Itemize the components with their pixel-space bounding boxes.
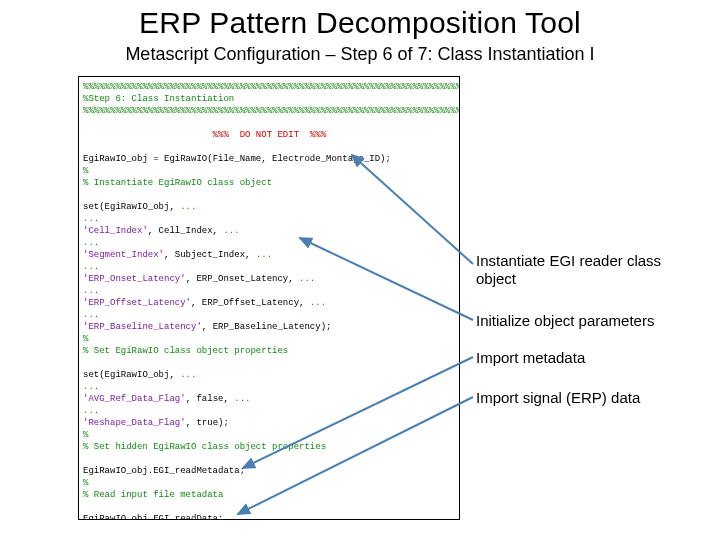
code-line: 'AVG_Ref_Data_Flag' xyxy=(83,394,186,404)
code-line: %Step 6: Class Instantiation xyxy=(83,94,234,104)
code-line: EgiRawIO_obj.EGI_readMetadata; xyxy=(83,466,245,476)
annotation-initialize: Initialize object parameters xyxy=(476,312,696,330)
code-line: % xyxy=(83,478,88,488)
code-line: = EgiRawIO(File_Name, Electrode_Montage_… xyxy=(153,154,391,164)
code-line: 'ERP_Onset_Latency' xyxy=(83,274,186,284)
code-line: ... xyxy=(256,250,272,260)
code-line: ... xyxy=(83,406,99,416)
slide-subtitle: Metascript Configuration – Step 6 of 7: … xyxy=(0,44,720,65)
code-line: % xyxy=(83,166,88,176)
code-line: , xyxy=(223,394,234,404)
code-line: , Cell_Index, xyxy=(148,226,224,236)
code-line: ... xyxy=(83,382,99,392)
code-line: %%%%%%%%%%%%%%%%%%%%%%%%%%%%%%%%%%%%%%%%… xyxy=(83,82,460,92)
code-line: false xyxy=(196,394,223,404)
code-line: , Subject_Index, xyxy=(164,250,256,260)
code-line: ); xyxy=(218,418,229,428)
code-line: set(EgiRawIO_obj, xyxy=(83,370,180,380)
code-line: ... xyxy=(83,214,99,224)
code-line: % Set hidden EgiRawIO class object prope… xyxy=(83,442,326,452)
code-line: % Instantiate EgiRawIO class object xyxy=(83,178,272,188)
code-line: ... xyxy=(83,310,99,320)
code-line: ... xyxy=(83,286,99,296)
code-line: ... xyxy=(180,370,196,380)
code-line: ... xyxy=(83,238,99,248)
code-line: true xyxy=(196,418,218,428)
code-line: ... xyxy=(310,298,326,308)
code-line: 'Segment_Index' xyxy=(83,250,164,260)
code-line: , ERP_Onset_Latency, xyxy=(186,274,299,284)
code-line: , ERP_Offset_Latency, xyxy=(191,298,310,308)
code-line: 'Cell_Index' xyxy=(83,226,148,236)
code-line: , xyxy=(186,418,197,428)
code-line: EgiRawIO_obj.EGI_readData; xyxy=(83,514,223,520)
code-line: ... xyxy=(180,202,196,212)
code-line: ... xyxy=(83,262,99,272)
code-line: , ERP_Baseline_Latency); xyxy=(202,322,332,332)
slide-title: ERP Pattern Decomposition Tool xyxy=(0,6,720,40)
code-line: ... xyxy=(234,394,250,404)
code-line: (EgiRawIO_obj, xyxy=(99,202,180,212)
code-line: % xyxy=(83,430,88,440)
annotation-metadata: Import metadata xyxy=(476,349,696,367)
code-line: %%% DO NOT EDIT %%% xyxy=(83,130,326,140)
code-line: % xyxy=(83,334,88,344)
code-line: % Read input file metadata xyxy=(83,490,223,500)
code-line: EgiRawIO_obj xyxy=(83,154,153,164)
code-snippet: %%%%%%%%%%%%%%%%%%%%%%%%%%%%%%%%%%%%%%%%… xyxy=(78,76,460,520)
code-line: , xyxy=(186,394,197,404)
annotation-instantiate: Instantiate EGI reader class object xyxy=(476,252,696,288)
code-line: 'ERP_Offset_Latency' xyxy=(83,298,191,308)
code-line: ... xyxy=(299,274,315,284)
code-line: ... xyxy=(223,226,239,236)
code-line: %%%%%%%%%%%%%%%%%%%%%%%%%%%%%%%%%%%%%%%%… xyxy=(83,106,460,116)
code-line: 'ERP_Baseline_Latency' xyxy=(83,322,202,332)
code-line: set xyxy=(83,202,99,212)
code-line: % Set EgiRawIO class object properties xyxy=(83,346,288,356)
annotation-signal: Import signal (ERP) data xyxy=(476,389,696,407)
code-line: 'Reshape_Data_Flag' xyxy=(83,418,186,428)
